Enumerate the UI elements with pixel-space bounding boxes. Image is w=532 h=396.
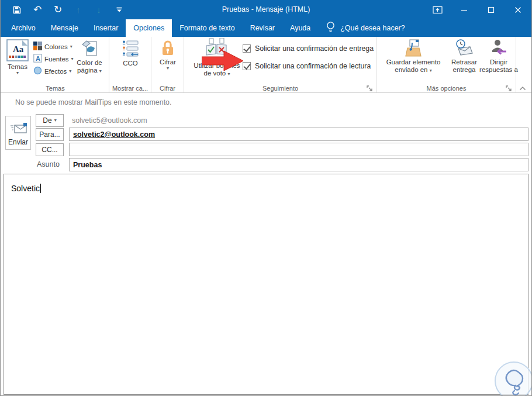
- enviar-label: Enviar: [8, 138, 28, 146]
- lightbulb-icon: [326, 21, 335, 36]
- para-button[interactable]: Para...: [36, 128, 64, 141]
- group-label-mas-opciones: Más opciones: [377, 85, 516, 92]
- de-value: solvetic5@outlook.com: [72, 116, 147, 125]
- cc-button[interactable]: CC...: [36, 143, 64, 156]
- retrasar-entrega-button[interactable]: Retrasar entrega: [447, 39, 481, 74]
- delay-delivery-icon: [455, 39, 474, 58]
- dropdown-caret-icon: ▾: [99, 68, 102, 74]
- text-cursor: [40, 184, 41, 193]
- confirmacion-lectura-row: Solicitar una confirmación de lectura: [243, 62, 371, 70]
- enviar-button[interactable]: Enviar: [5, 116, 31, 150]
- para-input[interactable]: solvetic2@outlook.com: [69, 128, 528, 141]
- cifrar-button[interactable]: Cifrar ▾: [156, 40, 179, 71]
- tab-insertar[interactable]: Insertar: [86, 19, 126, 37]
- asunto-value: Pruebas: [73, 161, 102, 169]
- mailtips-message: No se puede mostrar MailTips en este mom…: [15, 98, 171, 106]
- cco-icon: [122, 40, 139, 60]
- dirigir-respuestas-button[interactable]: Dirigir respuestas a: [482, 39, 515, 74]
- color-de-pagina-button[interactable]: Color de página ▾: [72, 39, 107, 74]
- temas-small-buttons: Colores ▾ A Fuentes ▾: [33, 42, 74, 76]
- ribbon: Aa Temas ▾: [1, 37, 531, 93]
- group-mostrar-campos: CCO Mostrar ca...: [109, 37, 151, 92]
- group-label-mostrar-campos: Mostrar ca...: [109, 85, 151, 92]
- colores-icon: [33, 42, 42, 51]
- save-sent-item-icon: [404, 39, 423, 58]
- page-color-icon: [81, 39, 98, 59]
- confirmacion-entrega-row: Solicitar una confirmación de entrega: [243, 44, 374, 53]
- cc-input[interactable]: [69, 143, 528, 156]
- maximize-icon[interactable]: [478, 0, 505, 19]
- temas-icon: Aa: [6, 39, 29, 63]
- tell-me-label[interactable]: ¿Qué desea hacer?: [340, 24, 405, 32]
- direct-replies-icon: [490, 39, 507, 58]
- guardar-elemento-button[interactable]: Guardar elemento enviado en ▾: [381, 39, 446, 74]
- dropdown-caret-icon: ▾: [167, 66, 169, 71]
- window-controls: [424, 0, 531, 19]
- message-text: Solvetic: [11, 184, 40, 193]
- tab-mensaje[interactable]: Mensaje: [43, 19, 86, 37]
- send-envelope-icon: [10, 122, 27, 135]
- group-label-cifrar: Cifrar: [151, 85, 184, 92]
- minimize-icon[interactable]: [451, 0, 478, 19]
- temas-button[interactable]: Aa Temas ▾: [4, 39, 31, 75]
- outlook-message-window: ↶ ↻ ↑ ↓ Pruebas - Mensaje (HTML): [0, 0, 532, 396]
- tab-archivo[interactable]: Archivo: [4, 19, 43, 37]
- group-label-seguimiento: Seguimiento: [184, 85, 376, 92]
- para-recipient[interactable]: solvetic2@outlook.com: [73, 130, 155, 139]
- lightbulb-sketch-watermark-icon: [493, 360, 532, 396]
- cco-button[interactable]: CCO: [116, 40, 144, 67]
- dropdown-caret-icon: ▾: [16, 71, 19, 75]
- titlebar: ↶ ↻ ↑ ↓ Pruebas - Mensaje (HTML): [1, 0, 531, 19]
- lock-icon: [161, 40, 175, 58]
- group-temas: Aa Temas ▾: [2, 37, 109, 92]
- fuentes-button[interactable]: A Fuentes ▾: [33, 54, 74, 64]
- checkbox-confirmacion-lectura[interactable]: [243, 62, 251, 70]
- checkbox-label: Solicitar una confirmación de lectura: [255, 62, 371, 70]
- de-button[interactable]: De ▾: [36, 114, 64, 127]
- tab-opciones[interactable]: Opciones: [126, 19, 172, 37]
- checkbox-confirmacion-entrega[interactable]: [243, 44, 251, 53]
- message-body-editor[interactable]: Solvetic: [4, 174, 528, 395]
- asunto-label: Asunto: [37, 160, 60, 168]
- annotation-arrow-icon: [202, 50, 244, 74]
- dropdown-caret-icon: ▾: [430, 68, 432, 73]
- svg-text:A: A: [36, 55, 40, 62]
- ribbon-tab-bar: Archivo Mensaje Insertar Opciones Format…: [1, 19, 531, 37]
- tell-me-box[interactable]: ¿Qué desea hacer?: [326, 19, 405, 37]
- group-mas-opciones: Guardar elemento enviado en ▾ Retrasar e…: [377, 37, 516, 92]
- group-label-temas: Temas: [2, 85, 109, 92]
- efectos-button[interactable]: Efectos ▾: [33, 66, 74, 76]
- close-icon[interactable]: [505, 0, 531, 19]
- ribbon-display-options-icon[interactable]: [424, 0, 451, 19]
- asunto-input[interactable]: Pruebas: [69, 158, 528, 171]
- mailtips-bar: No se puede mostrar MailTips en este mom…: [1, 94, 531, 111]
- efectos-icon: [33, 66, 42, 76]
- fuentes-icon: A: [33, 54, 42, 64]
- tab-formato-de-texto[interactable]: Formato de texto: [172, 19, 243, 37]
- svg-text:Aa: Aa: [13, 44, 24, 54]
- dropdown-caret-icon: ▾: [69, 69, 71, 74]
- tab-ayuda[interactable]: Ayuda: [282, 19, 318, 37]
- collapse-ribbon-icon[interactable]: [519, 82, 527, 89]
- dropdown-caret-icon: ▾: [54, 118, 57, 123]
- colores-button[interactable]: Colores ▾: [33, 42, 74, 51]
- group-cifrar: Cifrar ▾ Cifrar: [151, 37, 184, 92]
- tab-revisar[interactable]: Revisar: [243, 19, 282, 37]
- checkbox-label: Solicitar una confirmación de entrega: [255, 44, 374, 53]
- message-header-form: Enviar De ▾ solvetic5@outlook.com Para..…: [1, 111, 531, 174]
